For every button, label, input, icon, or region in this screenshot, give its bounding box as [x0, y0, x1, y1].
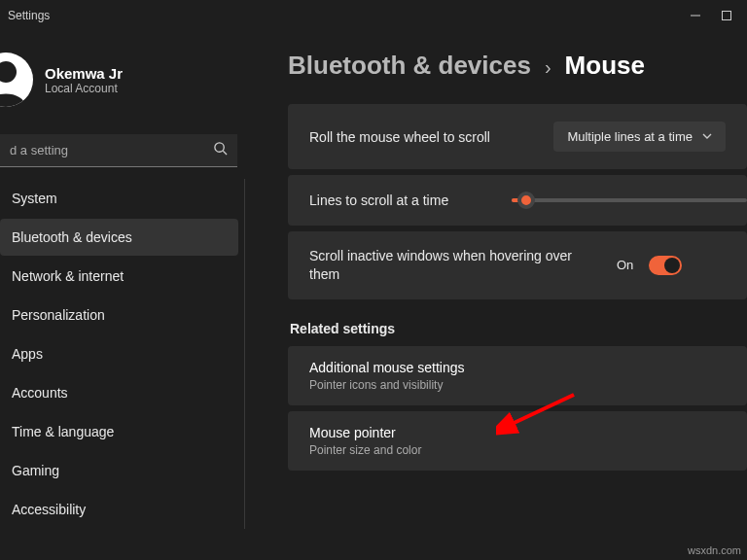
setting-label: Lines to scroll at a time: [309, 192, 494, 208]
sidebar-item-time-language[interactable]: Time & language: [0, 413, 238, 450]
breadcrumb: Bluetooth & devices › Mouse: [288, 51, 747, 81]
breadcrumb-current: Mouse: [565, 51, 645, 81]
sidebar-item-accounts[interactable]: Accounts: [0, 374, 238, 411]
sidebar-item-gaming[interactable]: Gaming: [0, 452, 238, 489]
search-input[interactable]: [10, 143, 213, 158]
maximize-button[interactable]: [720, 9, 733, 22]
chevron-down-icon: [702, 129, 712, 144]
watermark: wsxdn.com: [688, 544, 741, 556]
content-area: Bluetooth & devices › Mouse Roll the mou…: [251, 31, 747, 560]
sidebar: Okemwa Jr Local Account SystemBluetooth …: [0, 31, 251, 560]
search-icon: [213, 141, 228, 159]
minimize-button[interactable]: [689, 9, 702, 22]
search-box[interactable]: [0, 134, 237, 167]
toggle-state-text: On: [617, 258, 633, 272]
sidebar-item-system[interactable]: System: [0, 180, 238, 217]
link-additional-mouse-settings[interactable]: Additional mouse settings Pointer icons …: [288, 346, 747, 405]
svg-line-4: [223, 151, 227, 155]
sidebar-item-personalization[interactable]: Personalization: [0, 297, 238, 333]
link-subtitle: Pointer icons and visibility: [309, 378, 726, 392]
link-title: Mouse pointer: [309, 425, 726, 440]
nav-list: SystemBluetooth & devicesNetwork & inter…: [0, 179, 245, 529]
link-title: Additional mouse settings: [309, 360, 726, 375]
window-controls: [689, 9, 739, 22]
setting-label: Scroll inactive windows when hovering ov…: [309, 247, 601, 284]
inactive-scroll-toggle[interactable]: [649, 256, 682, 275]
setting-lines-to-scroll: Lines to scroll at a time: [288, 175, 747, 226]
setting-scroll-inactive: Scroll inactive windows when hovering ov…: [288, 231, 747, 299]
link-mouse-pointer[interactable]: Mouse pointer Pointer size and color: [288, 411, 747, 471]
setting-label: Roll the mouse wheel to scroll: [309, 129, 553, 145]
profile-name: Okemwa Jr: [45, 65, 123, 82]
profile-block[interactable]: Okemwa Jr Local Account: [0, 31, 251, 130]
sidebar-item-apps[interactable]: Apps: [0, 335, 238, 372]
svg-point-2: [0, 61, 17, 83]
titlebar: Settings: [0, 0, 747, 31]
slider-thumb[interactable]: [517, 192, 535, 209]
sidebar-item-network-internet[interactable]: Network & internet: [0, 258, 238, 295]
sidebar-item-accessibility[interactable]: Accessibility: [0, 491, 238, 528]
avatar: [0, 52, 33, 107]
profile-sub: Local Account: [45, 82, 123, 95]
svg-point-3: [215, 143, 224, 152]
related-heading: Related settings: [290, 321, 747, 336]
window-title: Settings: [8, 9, 689, 22]
breadcrumb-parent[interactable]: Bluetooth & devices: [288, 51, 531, 81]
chevron-right-icon: ›: [545, 56, 551, 79]
sidebar-item-bluetooth-devices[interactable]: Bluetooth & devices: [0, 219, 238, 256]
lines-slider[interactable]: [512, 198, 747, 202]
dropdown-value: Multiple lines at a time: [567, 129, 693, 144]
scroll-wheel-dropdown[interactable]: Multiple lines at a time: [553, 122, 726, 152]
link-subtitle: Pointer size and color: [309, 443, 726, 457]
svg-rect-1: [723, 12, 731, 20]
setting-scroll-wheel[interactable]: Roll the mouse wheel to scroll Multiple …: [288, 104, 747, 169]
